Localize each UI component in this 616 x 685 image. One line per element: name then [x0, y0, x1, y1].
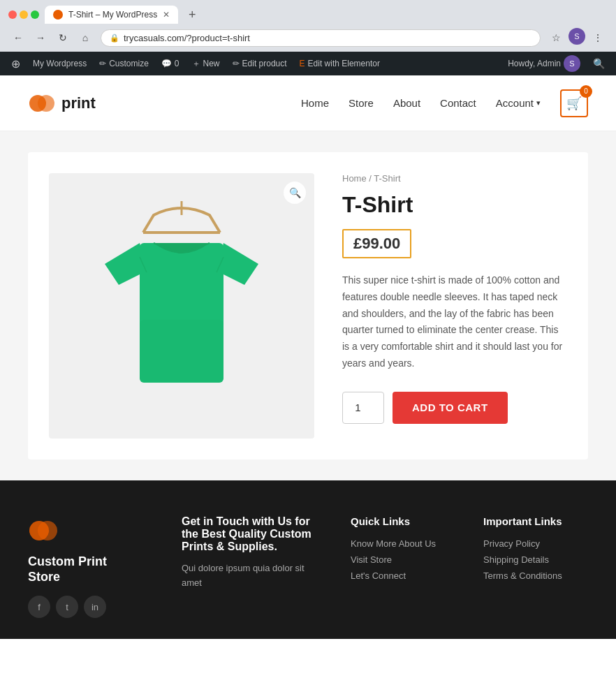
footer-logo-icon — [28, 515, 59, 546]
browser-titlebar: T-Shirt – My WordPress ✕ + — [0, 0, 616, 24]
site-footer: Custom PrintStore f t in Get in Touch wi… — [0, 480, 616, 639]
nav-contact[interactable]: Contact — [440, 97, 476, 109]
wp-my-wordpress-item[interactable]: My Wordpress — [27, 52, 92, 75]
twitter-button[interactable]: t — [56, 596, 78, 618]
svg-point-11 — [38, 521, 57, 540]
tab-title: T-Shirt – My WordPress — [68, 10, 157, 20]
footer-brand-name: Custom PrintStore — [28, 554, 154, 584]
wp-admin-bar: ⊕ My Wordpress ✏ Customize 💬 0 ＋ New ✏ E… — [0, 52, 616, 75]
cart-badge: 0 — [580, 85, 592, 98]
lock-icon: 🔒 — [110, 34, 119, 43]
instagram-button[interactable]: in — [84, 596, 106, 618]
profile-avatar[interactable]: S — [569, 28, 585, 45]
footer-brand: Custom PrintStore f t in — [28, 515, 154, 618]
browser-tab[interactable]: T-Shirt – My WordPress ✕ — [45, 6, 178, 24]
comments-icon: 💬 — [161, 59, 172, 68]
quantity-input[interactable] — [342, 392, 384, 424]
forward-button[interactable]: → — [31, 28, 50, 47]
tab-close-button[interactable]: ✕ — [163, 10, 170, 20]
site-nav: Home Store About Contact Account ▾ 🛒 0 — [301, 89, 588, 117]
logo-icon — [28, 89, 56, 117]
footer-link-shipping[interactable]: Shipping Details — [483, 554, 588, 565]
browser-toolbar: ← → ↻ ⌂ 🔒 trycasuals.com/?product=t-shir… — [0, 24, 616, 52]
nav-store[interactable]: Store — [349, 97, 374, 109]
customize-label: Customize — [109, 59, 149, 68]
wp-comments-item[interactable]: 💬 0 — [156, 52, 185, 75]
product-image-box — [49, 173, 314, 439]
add-to-cart-row: ADD TO CART — [342, 392, 567, 424]
product-image — [84, 194, 279, 418]
elementor-label: Edit with Elementor — [308, 59, 380, 68]
product-container: 🔍 Home / T-Shirt T-Shirt £99.00 This sup… — [28, 152, 588, 459]
cart-icon: 🛒 — [566, 96, 582, 111]
footer-tagline-col: Get in Touch with Us for the Best Qualit… — [182, 515, 323, 618]
footer-link-about[interactable]: Know More About Us — [351, 538, 455, 549]
footer-tagline-body: Qui dolore ipsum quia dolor sit amet — [182, 561, 323, 591]
tab-favicon — [53, 10, 63, 20]
breadcrumb-current: T-Shirt — [374, 173, 400, 184]
add-to-cart-button[interactable]: ADD TO CART — [393, 392, 508, 424]
svg-line-3 — [143, 215, 154, 233]
back-button[interactable]: ← — [8, 28, 28, 47]
wp-site-label: My Wordpress — [33, 59, 87, 68]
wp-search-button[interactable]: 🔍 — [587, 58, 610, 69]
menu-button[interactable]: ⋮ — [588, 28, 608, 47]
wp-logo-item[interactable]: ⊕ — [6, 52, 26, 75]
edit-product-icon: ✏ — [233, 59, 240, 68]
new-icon: ＋ — [192, 58, 200, 70]
svg-line-4 — [210, 215, 220, 233]
product-image-wrap: 🔍 — [49, 173, 314, 439]
maximize-window-button[interactable] — [31, 10, 39, 19]
new-tab-button[interactable]: + — [184, 6, 200, 23]
footer-link-connect[interactable]: Let's Connect — [351, 570, 455, 581]
bookmark-button[interactable]: ☆ — [546, 28, 566, 47]
breadcrumb: Home / T-Shirt — [342, 173, 567, 184]
reload-button[interactable]: ↻ — [53, 28, 73, 47]
home-button[interactable]: ⌂ — [75, 28, 95, 47]
customize-icon: ✏ — [99, 59, 106, 68]
site-header: print Home Store About Contact Account ▾… — [0, 75, 616, 131]
product-description: This super nice t-shirt is made of 100% … — [342, 272, 567, 372]
howdy-label: Howdy, Admin — [508, 59, 561, 68]
svg-point-1 — [38, 95, 54, 112]
zoom-icon: 🔍 — [289, 187, 301, 198]
footer-social: f t in — [28, 596, 154, 618]
elementor-icon: E — [300, 59, 305, 68]
footer-important-links: Important Links Privacy Policy Shipping … — [483, 515, 588, 618]
wp-customize-item[interactable]: ✏ Customize — [94, 52, 154, 75]
nav-home[interactable]: Home — [301, 97, 329, 109]
nav-about[interactable]: About — [393, 97, 420, 109]
browser-chrome: T-Shirt – My WordPress ✕ + ← → ↻ ⌂ 🔒 try… — [0, 0, 616, 52]
wp-edit-product-item[interactable]: ✏ Edit product — [227, 52, 293, 75]
breadcrumb-home[interactable]: Home — [342, 173, 367, 184]
cart-button[interactable]: 🛒 0 — [560, 89, 588, 117]
url-text: trycasuals.com/?product=t-shirt — [124, 33, 250, 43]
browser-nav-buttons: ← → ↻ ⌂ — [8, 28, 95, 47]
footer-quick-links: Quick Links Know More About Us Visit Sto… — [351, 515, 455, 618]
account-chevron-icon: ▾ — [536, 98, 541, 108]
facebook-button[interactable]: f — [28, 596, 50, 618]
close-window-button[interactable] — [8, 10, 17, 19]
footer-link-store[interactable]: Visit Store — [351, 554, 455, 565]
footer-important-links-heading: Important Links — [483, 515, 588, 527]
browser-window-controls — [8, 10, 39, 19]
footer-link-privacy[interactable]: Privacy Policy — [483, 538, 588, 549]
zoom-button[interactable]: 🔍 — [284, 182, 306, 204]
wp-new-item[interactable]: ＋ New — [186, 52, 226, 75]
address-bar[interactable]: 🔒 trycasuals.com/?product=t-shirt — [101, 29, 541, 47]
minimize-window-button[interactable] — [20, 10, 28, 19]
wp-elementor-item[interactable]: E Edit with Elementor — [294, 52, 386, 75]
account-label: Account — [496, 97, 534, 109]
footer-link-terms[interactable]: Terms & Conditions — [483, 570, 588, 581]
site-logo[interactable]: print — [28, 89, 96, 117]
new-label: New — [203, 59, 220, 68]
svg-rect-9 — [140, 320, 223, 383]
logo-text: print — [61, 94, 96, 112]
footer-tagline-heading: Get in Touch with Us for the Best Qualit… — [182, 515, 323, 553]
wp-logo-icon: ⊕ — [11, 57, 20, 71]
toolbar-actions: ☆ S ⋮ — [546, 28, 608, 47]
wp-howdy-item[interactable]: Howdy, Admin S — [502, 52, 586, 75]
nav-account[interactable]: Account ▾ — [496, 97, 541, 109]
product-price: £99.00 — [342, 229, 411, 258]
edit-product-label: Edit product — [242, 59, 287, 68]
